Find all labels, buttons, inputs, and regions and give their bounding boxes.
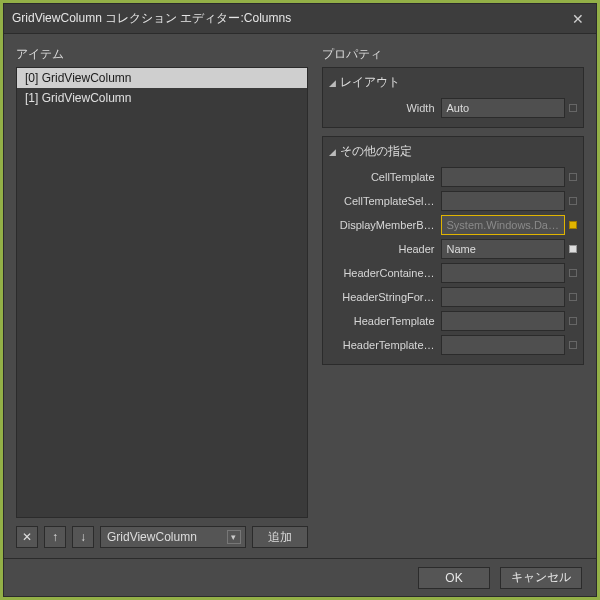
category-title: その他の指定: [340, 143, 412, 160]
type-combo[interactable]: GridViewColumn ▾: [100, 526, 246, 548]
expander-icon: ◢: [329, 147, 336, 157]
properties-label: プロパティ: [322, 46, 584, 63]
prop-value-input[interactable]: [441, 167, 565, 187]
close-icon[interactable]: ✕: [568, 11, 588, 27]
dialog-body: アイテム [0] GridViewColumn [1] GridViewColu…: [4, 34, 596, 558]
prop-label: Header: [329, 243, 441, 255]
prop-value-input[interactable]: [441, 191, 565, 211]
prop-label: Width: [329, 102, 441, 114]
prop-label: CellTemplateSel…: [329, 195, 441, 207]
items-toolbar: ✕ ↑ ↓ GridViewColumn ▾ 追加: [16, 526, 308, 548]
category-layout: ◢ レイアウト Width Auto: [322, 67, 584, 128]
prop-value-input[interactable]: Auto: [441, 98, 565, 118]
move-up-button[interactable]: ↑: [44, 526, 66, 548]
prop-label: HeaderTemplate…: [329, 339, 441, 351]
marker-icon[interactable]: [569, 173, 577, 181]
category-header[interactable]: ◢ レイアウト: [329, 72, 577, 95]
prop-header: Header Name: [329, 238, 577, 260]
category-other: ◢ その他の指定 CellTemplate CellTemplateSel… D…: [322, 136, 584, 365]
prop-value-input[interactable]: [441, 287, 565, 307]
prop-label: HeaderTemplate: [329, 315, 441, 327]
marker-icon[interactable]: [569, 197, 577, 205]
prop-headertemplate: HeaderTemplate: [329, 310, 577, 332]
titlebar: GridViewColumn コレクション エディター:Columns ✕: [4, 4, 596, 34]
items-listbox[interactable]: [0] GridViewColumn [1] GridViewColumn: [16, 67, 308, 518]
prop-value-input[interactable]: [441, 311, 565, 331]
prop-label: DisplayMemberB…: [329, 219, 441, 231]
prop-value-input[interactable]: [441, 263, 565, 283]
cancel-button[interactable]: キャンセル: [500, 567, 582, 589]
type-combo-value: GridViewColumn: [107, 530, 223, 544]
dialog-title: GridViewColumn コレクション エディター:Columns: [12, 10, 568, 27]
items-panel: アイテム [0] GridViewColumn [1] GridViewColu…: [16, 46, 308, 548]
prop-label: HeaderContaine…: [329, 267, 441, 279]
marker-icon[interactable]: [569, 221, 577, 229]
chevron-down-icon: ▾: [227, 530, 241, 544]
marker-icon[interactable]: [569, 104, 577, 112]
dialog: GridViewColumn コレクション エディター:Columns ✕ アイ…: [3, 3, 597, 597]
add-button[interactable]: 追加: [252, 526, 308, 548]
list-item[interactable]: [1] GridViewColumn: [17, 88, 307, 108]
expander-icon: ◢: [329, 78, 336, 88]
marker-icon[interactable]: [569, 317, 577, 325]
prop-value-input[interactable]: Name: [441, 239, 565, 259]
prop-value-input[interactable]: [441, 335, 565, 355]
dialog-footer: OK キャンセル: [4, 558, 596, 596]
prop-headertemplateselector: HeaderTemplate…: [329, 334, 577, 356]
category-header[interactable]: ◢ その他の指定: [329, 141, 577, 164]
prop-width: Width Auto: [329, 97, 577, 119]
prop-value-input[interactable]: System.Windows.Da…: [441, 215, 565, 235]
category-title: レイアウト: [340, 74, 400, 91]
list-item[interactable]: [0] GridViewColumn: [17, 68, 307, 88]
marker-icon[interactable]: [569, 269, 577, 277]
prop-celltemplateselector: CellTemplateSel…: [329, 190, 577, 212]
prop-label: CellTemplate: [329, 171, 441, 183]
remove-button[interactable]: ✕: [16, 526, 38, 548]
prop-displaymemberbinding: DisplayMemberB… System.Windows.Da…: [329, 214, 577, 236]
move-down-button[interactable]: ↓: [72, 526, 94, 548]
prop-celltemplate: CellTemplate: [329, 166, 577, 188]
marker-icon[interactable]: [569, 293, 577, 301]
items-label: アイテム: [16, 46, 308, 63]
prop-headercontainerstyle: HeaderContaine…: [329, 262, 577, 284]
marker-icon[interactable]: [569, 245, 577, 253]
prop-label: HeaderStringFor…: [329, 291, 441, 303]
ok-button[interactable]: OK: [418, 567, 490, 589]
properties-panel: プロパティ ◢ レイアウト Width Auto ◢ その他の指定: [322, 46, 584, 548]
prop-headerstringformat: HeaderStringFor…: [329, 286, 577, 308]
marker-icon[interactable]: [569, 341, 577, 349]
